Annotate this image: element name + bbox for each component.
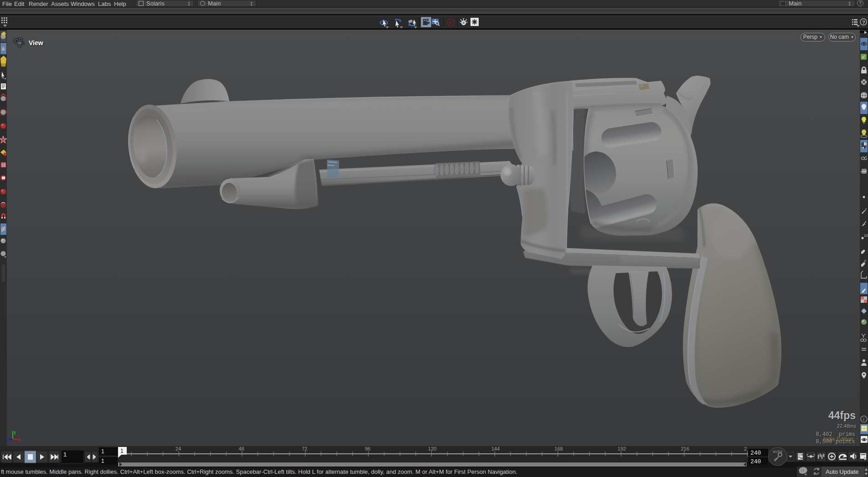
svg-text:x: x bbox=[18, 437, 20, 442]
svg-text:Auto Update: Auto Update bbox=[826, 468, 858, 475]
svg-text:z: z bbox=[7, 437, 9, 442]
svg-text:1: 1 bbox=[101, 458, 104, 464]
svg-text:1: 1 bbox=[120, 448, 124, 454]
svg-text:2: 2 bbox=[864, 259, 866, 263]
svg-text:2: 2 bbox=[744, 446, 747, 451]
svg-text:12: 12 bbox=[864, 233, 868, 238]
svg-text:96: 96 bbox=[365, 446, 371, 451]
svg-text:216: 216 bbox=[681, 446, 689, 451]
svg-text:y: y bbox=[14, 430, 16, 435]
svg-text:48: 48 bbox=[238, 446, 244, 451]
svg-text:240: 240 bbox=[750, 450, 761, 456]
svg-text:144: 144 bbox=[491, 446, 500, 451]
svg-text:192: 192 bbox=[618, 446, 626, 451]
svg-text:1: 1 bbox=[63, 451, 67, 458]
svg-text:24: 24 bbox=[176, 446, 181, 451]
svg-text:240: 240 bbox=[750, 458, 761, 465]
svg-text:120: 120 bbox=[428, 446, 436, 451]
svg-text:1: 1 bbox=[101, 448, 104, 455]
svg-text:72: 72 bbox=[302, 446, 307, 451]
svg-text:i: i bbox=[863, 417, 864, 422]
svg-text:?: ? bbox=[862, 20, 865, 25]
svg-text:168: 168 bbox=[554, 446, 563, 451]
